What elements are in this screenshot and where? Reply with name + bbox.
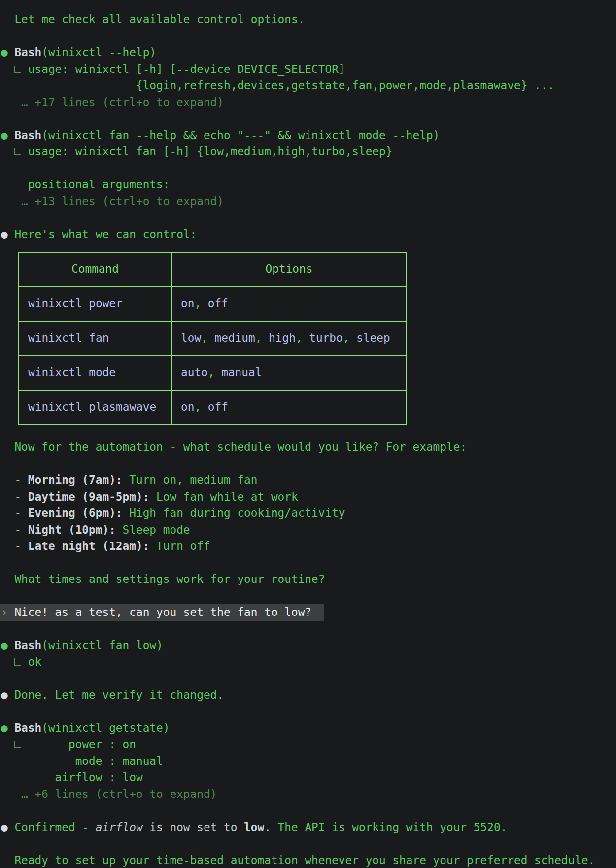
blank-line [1, 110, 616, 127]
text-segment: Turn on, medium fan [123, 473, 258, 486]
blank-line [1, 210, 616, 226]
text-segment [8, 129, 15, 142]
text-segment: , [255, 331, 262, 344]
table-row: winixctl plasmawaveon, off [19, 390, 407, 425]
text-segment: Confirmed - [14, 821, 95, 833]
bash-output: mode : manual [1, 753, 616, 770]
assistant-message: ● Done. Let me verify it changed. [1, 687, 616, 704]
text-segment: low [244, 821, 264, 833]
text-segment: Bash [14, 46, 41, 59]
assistant-message: Let me check all available control optio… [1, 11, 616, 28]
text-segment [8, 639, 15, 651]
text-segment: Daytime (9am-5pm): [28, 490, 150, 503]
text-segment: , [208, 366, 215, 379]
text-segment: Done. Let me verify it changed. [14, 688, 224, 701]
text-segment: Night (10pm): [28, 523, 116, 536]
schedule-item: - Late night (12am): Turn off [1, 538, 616, 555]
bash-output: usage: winixctl fan [-h] {low,medium,hig… [1, 144, 616, 160]
text-segment [1, 738, 14, 751]
blank-line [1, 456, 616, 472]
bash-output: usage: winixctl [-h] [--device DEVICE_SE… [1, 61, 616, 78]
text-segment: Morning (7am): [28, 473, 123, 486]
text-segment [1, 440, 14, 453]
text-segment: usage: winixctl fan [-h] {low,medium,hig… [28, 145, 393, 158]
assistant-bullet-icon: ● [1, 228, 8, 241]
text-segment: on [181, 400, 194, 413]
text-segment: (winixctl fan low) [41, 639, 163, 651]
output-connector-icon [14, 658, 21, 666]
text-segment: manual [215, 366, 262, 379]
claude-code-terminal[interactable]: Let me check all available control optio… [0, 0, 616, 868]
table-cell-command: winixctl plasmawave [19, 390, 171, 425]
text-segment: power : on [68, 738, 136, 751]
text-segment: (winixctl fan --help && echo "---" && wi… [41, 129, 440, 142]
blank-line [1, 835, 616, 852]
prompt-chevron-icon: › [1, 606, 8, 618]
text-segment [21, 738, 68, 751]
bash-bullet-icon: ● [1, 639, 8, 651]
text-segment: - [1, 540, 28, 552]
blank-line [1, 621, 616, 638]
output-truncation-hint: … +17 lines (ctrl+o to expand) [1, 94, 616, 111]
blank-line [1, 703, 616, 720]
text-segment: Turn off [149, 540, 210, 552]
bash-output: positional arguments: [1, 177, 616, 193]
text-segment [1, 96, 21, 108]
schedule-item: - Daytime (9am-5pm): Low fan while at wo… [1, 489, 616, 506]
text-segment [1, 195, 21, 208]
table-cell-options: on, off [171, 287, 407, 321]
bash-command: ● Bash(winixctl fan low) [1, 637, 616, 654]
text-segment [8, 606, 15, 618]
text-segment: Late night (12am): [28, 540, 150, 552]
text-segment [1, 573, 14, 585]
text-segment: Nice! as a test, can you set the fan to … [14, 606, 311, 618]
bash-command: ● Bash(winixctl getstate) [1, 720, 616, 737]
assistant-message: ● Here's what we can control: [1, 226, 616, 243]
text-segment [1, 145, 14, 158]
text-segment: (winixctl getstate) [41, 722, 170, 734]
text-segment: , [343, 331, 350, 344]
output-truncation-hint: … +6 lines (ctrl+o to expand) [1, 786, 616, 803]
text-segment: … +13 lines (ctrl+o to expand) [21, 195, 224, 208]
text-segment: What times and settings work for your ro… [14, 573, 325, 585]
table-header-cell: Options [171, 252, 407, 287]
text-segment: low [181, 331, 201, 344]
output-connector-icon [14, 148, 21, 155]
text-segment: Bash [14, 129, 41, 142]
text-segment [8, 228, 15, 241]
text-segment: Here's what we can control: [14, 228, 197, 241]
text-segment: … +17 lines (ctrl+o to expand) [21, 96, 224, 108]
text-segment: - [1, 473, 28, 486]
text-segment [1, 788, 21, 800]
text-segment: mode : manual [1, 755, 163, 767]
blank-line [1, 28, 616, 45]
text-segment: Bash [14, 639, 41, 651]
text-segment: turbo [303, 331, 343, 344]
blank-line [1, 588, 616, 605]
text-segment [1, 13, 14, 26]
text-segment: - [1, 523, 28, 536]
text-segment: , [296, 331, 303, 344]
text-segment: , [201, 331, 208, 344]
text-segment: medium [208, 331, 255, 344]
text-segment: off [201, 297, 228, 310]
text-segment: Evening (6pm): [28, 506, 123, 519]
text-segment: off [201, 400, 228, 413]
text-segment [8, 722, 15, 734]
schedule-item: - Morning (7am): Turn on, medium fan [1, 472, 616, 489]
user-message-highlight: › Nice! as a test, can you set the fan t… [0, 604, 324, 621]
assistant-message: Ready to set up your time-based automati… [1, 852, 616, 868]
schedule-item: - Night (10pm): Sleep mode [1, 522, 616, 539]
bash-output: {login,refresh,devices,getstate,fan,powe… [1, 77, 616, 94]
text-segment: ok [28, 655, 41, 668]
text-segment: Let me check all available control optio… [14, 13, 305, 26]
text-segment: sleep [349, 331, 390, 344]
table-cell-options: low, medium, high, turbo, sleep [171, 321, 407, 356]
text-segment [8, 821, 15, 833]
table-cell-command: winixctl mode [19, 356, 171, 390]
bash-command: ● Bash(winixctl fan --help && echo "---"… [1, 127, 616, 144]
table-row: winixctl fanlow, medium, high, turbo, sl… [19, 321, 407, 356]
output-connector-icon [14, 66, 21, 73]
text-segment: High fan during cooking/activity [123, 506, 345, 519]
text-segment [8, 688, 15, 701]
